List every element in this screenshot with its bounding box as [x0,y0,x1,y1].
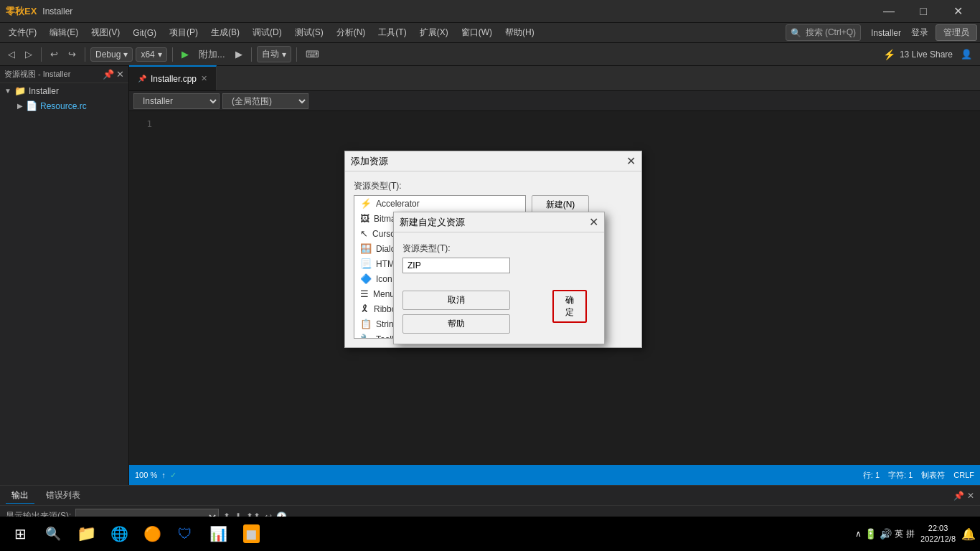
output-controls: 📌 ✕ [953,491,974,501]
menu-analyze[interactable]: 分析(N) [331,24,372,41]
dialog-custom-body: 资源类型(T): 取消 帮助 确定 [394,232,604,344]
tab-bar: 📌 Installer.cpp ✕ [129,66,980,91]
output-close-button[interactable]: ✕ [967,491,974,501]
attach-label[interactable]: 附加... [195,47,229,62]
installer-label: Installer [871,28,901,38]
auto-dropdown[interactable]: 自动 ▾ [257,46,291,62]
taskbar-vpn[interactable]: 🛡 [169,518,201,550]
undo-btn[interactable]: ↩ [47,47,62,61]
menu-debug[interactable]: 调试(D) [247,24,288,41]
menu-build[interactable]: 生成(B) [205,24,245,41]
output-pin-button[interactable]: 📌 [953,491,964,501]
tab-label: Installer.cpp [151,74,197,84]
dialog-custom-resource-close[interactable]: ✕ [589,215,598,229]
close-button[interactable]: ✕ [941,0,974,23]
project-icon: 📁 [14,85,26,96]
tab-close-button[interactable]: ✕ [201,74,207,83]
tray-lang[interactable]: 英 [895,528,903,540]
search-bar[interactable]: 🔍 搜索 (Ctrl+Q) [786,24,861,41]
sidebar-controls: 📌 ✕ [103,69,124,80]
resource-item-accelerator[interactable]: ⚡ Accelerator [354,196,525,211]
code-btn[interactable]: ⌨ [302,47,323,61]
sidebar-pin-button[interactable]: 📌 [103,69,114,80]
maximize-button[interactable]: □ [907,0,940,23]
start-icon: ⊞ [14,525,27,542]
taskbar-search[interactable]: 🔍 [37,518,69,550]
tray-arrow[interactable]: ∧ [855,529,862,539]
start-button[interactable]: ⊞ [4,518,36,550]
accelerator-icon: ⚡ [360,198,372,209]
taskbar-excel[interactable]: 📊 [202,518,234,550]
html-icon: 📃 [360,258,372,269]
back-button[interactable]: ◁ [4,47,19,61]
output-tab[interactable]: 输出 [6,488,34,504]
status-zoom[interactable]: 100 % [135,471,157,479]
liveshare-icon: ⚡ [883,49,895,60]
menu-git[interactable]: Git(G) [127,26,162,40]
menu-window[interactable]: 窗口(W) [456,24,498,41]
toolbar-sep-3 [172,47,173,62]
toolbar-sep-4 [251,47,252,62]
menu-edit[interactable]: 编辑(E) [44,24,84,41]
menu-view[interactable]: 视图(V) [85,24,126,41]
liveshare-area: ⚡ 13 Live Share 👤 [883,47,976,61]
menu-test[interactable]: 测试(S) [289,24,329,41]
bitmap-icon: 🖼 [360,213,369,224]
dialog-add-resource-close[interactable]: ✕ [626,154,636,168]
context-dropdown[interactable]: Installer [133,93,220,109]
line-numbers: 1 [129,117,158,131]
scope-dropdown[interactable]: (全局范围) [222,93,308,109]
notification-icon[interactable]: 🔔 [961,527,976,541]
dialog-custom-resource-title: 新建自定义资源 [400,216,465,229]
tree-item-installer[interactable]: ▼ 📁 Installer [0,83,128,98]
taskbar-right: ∧ 🔋 🔊 英 拼 22:03 2022/12/8 🔔 [855,523,976,545]
custom-field-label: 资源类型(T): [402,242,510,255]
debug-mode-dropdown[interactable]: Debug ▾ [90,47,133,62]
cursor-icon: ↖ [360,228,368,239]
play-btn2[interactable]: ▶ [232,47,246,61]
status-check-icon: ✓ [170,471,176,480]
profile-button[interactable]: 👤 [957,47,976,61]
custom-cancel-button[interactable]: 取消 [402,291,510,310]
search-placeholder: 搜索 (Ctrl+Q) [806,27,856,39]
arch-dropdown[interactable]: x64 ▾ [136,47,166,62]
clock-time: 22:03 [920,523,956,534]
taskbar-terminal[interactable]: ◼ [235,518,267,550]
taskbar-clock[interactable]: 22:03 2022/12/8 [920,523,956,545]
debug-mode-label: Debug [95,50,121,60]
custom-resource-input[interactable] [402,258,510,273]
custom-help-button[interactable]: 帮助 [402,314,510,334]
arch-label: x64 [141,50,154,60]
errors-tab[interactable]: 错误列表 [40,488,86,503]
tab-installer-cpp[interactable]: 📌 Installer.cpp ✕ [129,65,217,90]
admin-button[interactable]: 管理员 [936,24,977,41]
clock-date: 2022/12/8 [920,534,956,545]
system-tray-icons: ∧ 🔋 🔊 英 拼 [855,528,915,540]
rc-file-icon: 📄 [26,100,37,111]
menu-help[interactable]: 帮助(H) [499,24,540,41]
menu-bar: 文件(F) 编辑(E) 视图(V) Git(G) 项目(P) 生成(B) 调试(… [0,23,980,43]
menu-file[interactable]: 文件(F) [3,24,42,41]
accelerator-label: Accelerator [376,199,420,209]
dialog-icon: 🪟 [360,243,372,254]
minimize-button[interactable]: — [872,0,905,23]
menu-extensions[interactable]: 扩展(X) [414,24,454,41]
custom-confirm-button[interactable]: 确定 [552,290,587,323]
menu-project[interactable]: 项目(P) [164,24,204,41]
chrome-icon: 🟠 [143,525,161,542]
tree-item-resource-rc[interactable]: ▶ 📄 Resource.rc [0,98,128,113]
zoom-label: 100 % [135,471,157,479]
liveshare-button[interactable]: 13 Live Share [900,50,953,60]
taskbar-chrome[interactable]: 🟠 [136,518,168,550]
taskbar-edge[interactable]: 🌐 [103,518,135,550]
dialog-add-resource-title: 添加资源 [351,155,388,168]
forward-button[interactable]: ▷ [22,47,36,61]
login-label[interactable]: 登录 [911,27,928,39]
menu-tools[interactable]: 工具(T) [372,24,412,41]
tab-pin-icon: 📌 [138,75,146,83]
run-button[interactable]: ▶ [178,47,192,61]
taskbar-file-explorer[interactable]: 📁 [70,518,102,550]
tray-ime[interactable]: 拼 [906,528,915,540]
sidebar-close-button[interactable]: ✕ [116,69,124,80]
redo-btn[interactable]: ↪ [65,47,80,61]
